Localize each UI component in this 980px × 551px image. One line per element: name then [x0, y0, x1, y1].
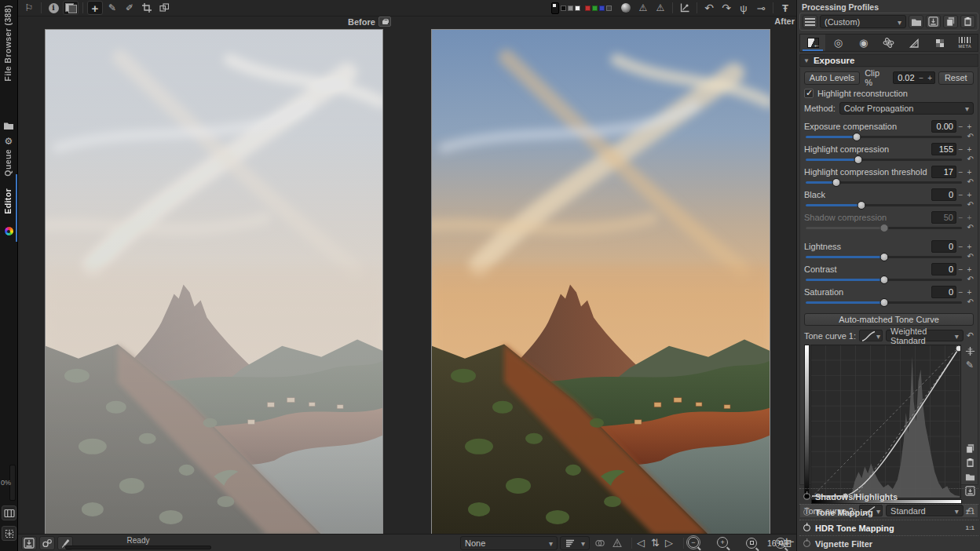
tab-editor[interactable]: Editor — [3, 188, 13, 214]
preview-background-selector[interactable] — [551, 2, 580, 14]
slider-knob[interactable] — [879, 298, 888, 307]
channel-preview-buttons[interactable] — [585, 5, 612, 11]
gamut-check-icon[interactable] — [612, 538, 623, 549]
exposure-section-header[interactable]: ▼ Exposure — [799, 54, 978, 67]
slider-knob[interactable] — [852, 133, 861, 141]
before-image-pane[interactable] — [46, 30, 382, 535]
info-icon[interactable]: i — [46, 1, 61, 15]
load-profile-icon[interactable] — [909, 15, 923, 28]
hide-top-panel-icon[interactable]: Ŧ — [777, 1, 793, 15]
spot-removal-icon[interactable]: ✐ — [122, 1, 137, 15]
decrement-button[interactable]: − — [917, 74, 926, 82]
increment-button[interactable]: + — [965, 191, 974, 199]
slider-track[interactable] — [804, 200, 964, 210]
paste-profile-icon[interactable] — [960, 15, 975, 28]
zoom-in-icon[interactable]: + — [717, 537, 728, 548]
increment-button[interactable]: + — [926, 74, 934, 82]
decrement-button[interactable]: − — [956, 243, 965, 251]
tone-curve-editor[interactable]: ✎ — [804, 345, 974, 504]
load-curve-icon[interactable] — [964, 470, 976, 483]
slider-track[interactable] — [804, 297, 964, 307]
undo-icon[interactable]: ↶ — [701, 1, 717, 15]
curve-reset-button[interactable] — [967, 330, 974, 341]
section-tone-mapping[interactable]: Tone Mapping 1:1 — [799, 504, 978, 520]
slider-knob[interactable] — [832, 178, 840, 187]
increment-button[interactable]: + — [965, 288, 974, 297]
slider-value[interactable]: 0 — [932, 242, 956, 251]
reset-button[interactable]: Reset — [938, 71, 974, 85]
slider-knob[interactable] — [854, 155, 863, 164]
decrement-button[interactable]: − — [956, 145, 965, 154]
perspective-tool-icon[interactable] — [156, 1, 172, 15]
section-hdr-tone-mapping[interactable]: HDR Tone Mapping 1:1 — [799, 520, 978, 535]
crop-tool-icon[interactable] — [139, 1, 155, 15]
decrement-button[interactable]: − — [956, 288, 965, 297]
power-icon[interactable] — [803, 493, 810, 500]
slider-knob[interactable] — [858, 201, 866, 210]
previous-image-icon[interactable]: ◁ — [637, 538, 645, 548]
hide-left-panel-icon[interactable]: ⚐ — [21, 1, 37, 15]
slider-reset-button[interactable] — [967, 132, 974, 140]
slider-value[interactable]: 0.00 — [932, 122, 956, 131]
decrement-button[interactable]: − — [956, 168, 965, 177]
tab-file-browser[interactable]: File Browser (388) — [3, 5, 13, 82]
before-lock-icon[interactable] — [378, 16, 391, 27]
swap-before-after-icon[interactable]: ⇅ — [651, 538, 660, 548]
tab-detail[interactable]: ◎ — [825, 35, 850, 51]
slider-track[interactable] — [804, 275, 964, 284]
highlight-clipping-icon[interactable]: ⚠ — [653, 1, 668, 15]
decrement-button[interactable]: − — [956, 122, 965, 131]
profile-dropdown[interactable]: (Custom) — [820, 15, 906, 28]
add-to-queue-button[interactable] — [39, 536, 55, 550]
straighten-tool-icon[interactable]: ✎ — [104, 1, 120, 15]
tab-metadata[interactable]: META — [953, 35, 978, 51]
slider-knob[interactable] — [879, 253, 888, 261]
increment-button[interactable]: + — [965, 168, 974, 177]
zoom-out-icon[interactable]: − — [688, 537, 699, 548]
curve-point[interactable] — [956, 345, 961, 352]
power-icon[interactable] — [803, 509, 810, 516]
tab-color[interactable]: ◉ — [851, 35, 876, 51]
slider-knob[interactable] — [879, 276, 888, 284]
increment-button[interactable]: + — [965, 243, 974, 251]
slider-track[interactable] — [804, 132, 964, 141]
clip-value[interactable]: 0.02 — [894, 73, 917, 82]
pin-current-icon[interactable]: ⊸ — [753, 1, 769, 15]
paste-curve-icon[interactable] — [964, 456, 976, 469]
slider-value[interactable]: 0 — [932, 287, 956, 297]
edit-pipette-icon[interactable]: ✎ — [964, 359, 976, 371]
section-vignette-filter[interactable]: Vignette Filter — [799, 535, 978, 551]
tab-queue[interactable]: Queue — [3, 149, 13, 177]
decrement-button[interactable]: − — [956, 265, 965, 274]
slider-value[interactable]: 0 — [932, 190, 956, 199]
tab-transform[interactable] — [901, 35, 927, 51]
histogram-profile-icon[interactable] — [677, 1, 693, 15]
increment-button[interactable]: + — [965, 265, 974, 274]
slider-track[interactable] — [804, 177, 964, 187]
auto-levels-button[interactable]: Auto Levels — [804, 71, 860, 85]
power-icon[interactable] — [803, 540, 810, 547]
save-image-button[interactable] — [21, 536, 37, 550]
section-shadows-highlights[interactable]: Shadows/Highlights — [799, 488, 978, 504]
slider-reset-button[interactable] — [967, 297, 974, 306]
tone-curve-1-mode-dropdown[interactable]: Weighted Standard — [886, 330, 964, 341]
focus-mask-icon[interactable] — [618, 1, 634, 15]
fit-window-button[interactable] — [2, 526, 16, 541]
slider-reset-button[interactable] — [967, 177, 974, 186]
method-dropdown[interactable]: Color Propagation — [839, 102, 974, 115]
hand-tool-icon[interactable]: + — [87, 1, 103, 15]
copy-curve-icon[interactable] — [964, 442, 976, 454]
curve-type-1-dropdown[interactable] — [859, 330, 883, 341]
slider-track[interactable] — [804, 252, 964, 261]
monitor-profile-dropdown[interactable]: None — [460, 536, 558, 550]
highlight-reconstruction-checkbox[interactable] — [804, 89, 814, 98]
after-image-pane[interactable] — [432, 30, 770, 535]
before-after-view-icon[interactable] — [63, 1, 79, 15]
increment-button[interactable]: + — [965, 145, 974, 154]
slider-reset-button[interactable] — [967, 155, 974, 163]
slider-reset-button[interactable] — [967, 275, 974, 283]
slider-reset-button[interactable] — [967, 200, 974, 209]
slider-value[interactable]: 0 — [932, 265, 956, 274]
auto-matched-tone-curve-button[interactable]: Auto-matched Tone Curve — [804, 313, 974, 326]
hide-right-panel-icon[interactable]: ⊢ — [785, 537, 795, 547]
